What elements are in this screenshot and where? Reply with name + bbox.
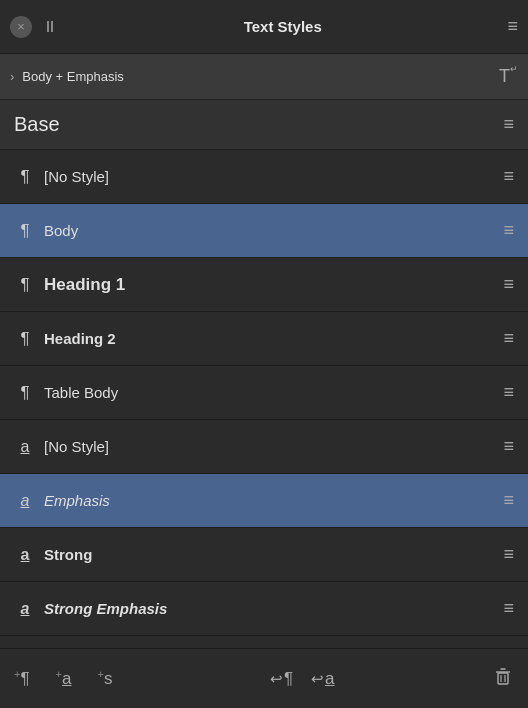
breadcrumb-row: › Body + Emphasis T↵ (0, 54, 528, 100)
character-icon: a (14, 438, 36, 456)
add-character-style-button[interactable]: +a (56, 669, 72, 689)
close-icon: × (17, 19, 25, 34)
breadcrumb-chevron-icon[interactable]: › (10, 69, 14, 84)
style-list: Base ≡ [No Style] ≡ Body ≡ Heading 1 ≡ H… (0, 100, 528, 636)
panel-menu-icon[interactable]: ≡ (507, 16, 518, 37)
paragraph-icon (14, 383, 36, 403)
style-item-label: Strong Emphasis (44, 600, 503, 617)
style-item-label: Table Body (44, 384, 503, 401)
trash-icon (492, 665, 514, 687)
style-item-label: Heading 2 (44, 330, 503, 347)
paragraph-icon (14, 221, 36, 241)
style-item-strong-emphasis[interactable]: a Strong Emphasis ≡ (0, 582, 528, 636)
char-group-header[interactable]: a [No Style] ≡ (0, 420, 528, 474)
style-item-table-body[interactable]: Table Body ≡ (0, 366, 528, 420)
panel-title: Text Styles (58, 18, 507, 35)
style-item-label: Strong (44, 546, 503, 563)
character-icon: a (14, 600, 36, 618)
pause-button[interactable]: ⏸ (42, 18, 58, 36)
paragraph-group-label: Base (14, 113, 503, 136)
add-style-button[interactable]: +s (97, 669, 112, 689)
paragraph-group-menu-icon[interactable]: ≡ (503, 114, 514, 135)
style-item-heading1[interactable]: Heading 1 ≡ (0, 258, 528, 312)
close-button[interactable]: × (10, 16, 32, 38)
character-icon: a (14, 492, 36, 510)
style-item-emphasis[interactable]: a Emphasis ≡ (0, 474, 528, 528)
format-text-icon[interactable]: T↵ (499, 66, 518, 87)
bottom-toolbar: +¶ +a +s ↩¶ ↩a (0, 648, 528, 708)
style-item-heading2[interactable]: Heading 2 ≡ (0, 312, 528, 366)
style-item-menu-icon[interactable]: ≡ (503, 274, 514, 295)
move-to-character-button[interactable]: ↩a (311, 669, 334, 689)
style-item-label: [No Style] (44, 168, 503, 185)
style-item-label: Emphasis (44, 492, 503, 509)
style-item-body[interactable]: Body ≡ (0, 204, 528, 258)
style-item-no-style-para[interactable]: [No Style] ≡ (0, 150, 528, 204)
style-item-menu-icon[interactable]: ≡ (503, 544, 514, 565)
char-group-menu-icon[interactable]: ≡ (503, 436, 514, 457)
add-paragraph-style-button[interactable]: +¶ (14, 669, 30, 689)
move-to-paragraph-button[interactable]: ↩¶ (270, 669, 293, 689)
style-item-menu-icon[interactable]: ≡ (503, 598, 514, 619)
style-item-label: Body (44, 222, 503, 239)
style-item-menu-icon[interactable]: ≡ (503, 166, 514, 187)
style-item-menu-icon[interactable]: ≡ (503, 220, 514, 241)
style-item-menu-icon[interactable]: ≡ (503, 490, 514, 511)
style-item-label: Heading 1 (44, 275, 503, 295)
breadcrumb-label: Body + Emphasis (22, 69, 499, 84)
paragraph-icon (14, 167, 36, 187)
char-group-label: [No Style] (44, 438, 503, 455)
svg-rect-0 (498, 673, 508, 684)
style-item-strong[interactable]: a Strong ≡ (0, 528, 528, 582)
title-bar: × ⏸ Text Styles ≡ (0, 0, 528, 54)
style-item-menu-icon[interactable]: ≡ (503, 328, 514, 349)
delete-button[interactable] (492, 665, 514, 692)
paragraph-icon (14, 329, 36, 349)
character-icon: a (14, 546, 36, 564)
style-item-menu-icon[interactable]: ≡ (503, 382, 514, 403)
paragraph-group-header: Base ≡ (0, 100, 528, 150)
paragraph-icon (14, 275, 36, 295)
